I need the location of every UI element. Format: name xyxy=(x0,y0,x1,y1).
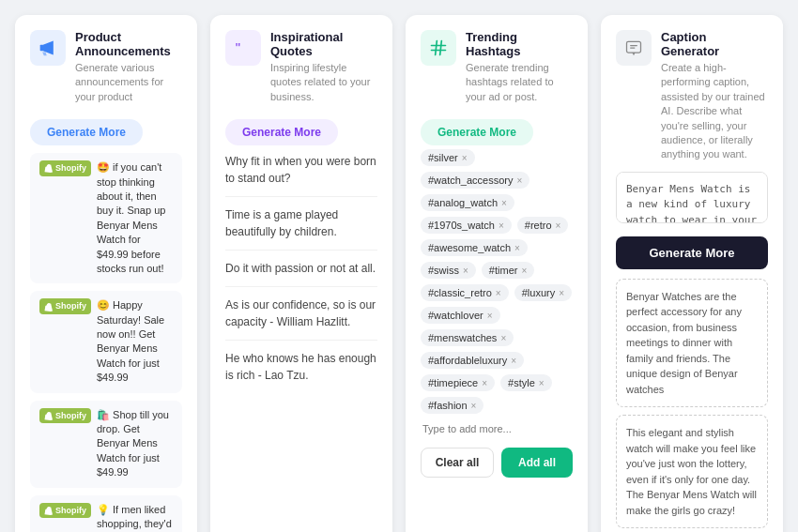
announcements-icon xyxy=(30,30,66,66)
shopify-badge: Shopify xyxy=(39,408,91,424)
quotes-icon: " xyxy=(225,30,261,66)
quote-item: As is our confidence, so is our capacity… xyxy=(225,287,377,341)
quote-item: Do it with passion or not at all. xyxy=(225,251,377,287)
hashtags-header: Trending Hashtags Generate trending hash… xyxy=(421,30,573,104)
svg-text:": " xyxy=(236,39,240,55)
clear-all-btn[interactable]: Clear all xyxy=(421,448,494,478)
remove-hashtag-btn[interactable]: × xyxy=(487,311,493,321)
caption-generate-btn[interactable]: Generate More xyxy=(616,236,768,269)
remove-hashtag-btn[interactable]: × xyxy=(556,220,561,231)
caption-header: Caption Generator Create a high-performi… xyxy=(616,30,768,162)
hashtag-tag: #fashion× xyxy=(421,397,483,414)
hashtag-tag: #retro× xyxy=(517,217,569,234)
hashtag-actions: Clear all Add all xyxy=(421,448,573,478)
quotes-title: Inspirational Quotes xyxy=(270,30,377,58)
announcement-item: Shopify🤩 if you can't stop thinking abou… xyxy=(30,153,182,283)
hashtags-desc: Generate trending hashtags related to yo… xyxy=(466,61,573,104)
hashtag-tag: #swiss× xyxy=(421,262,476,279)
quotes-header: " Inspirational Quotes Inspiring lifesty… xyxy=(225,30,377,104)
svg-rect-0 xyxy=(40,45,43,52)
remove-hashtag-btn[interactable]: × xyxy=(496,288,501,298)
announcements-title: Product Announcements xyxy=(75,30,182,58)
hashtag-tag: #affordableluxury× xyxy=(421,352,524,369)
remove-hashtag-btn[interactable]: × xyxy=(501,198,507,208)
remove-hashtag-btn[interactable]: × xyxy=(539,378,545,388)
hashtag-tag: #silver× xyxy=(421,149,475,166)
hashtag-tag: #awesome_watch× xyxy=(421,239,528,256)
remove-hashtag-btn[interactable]: × xyxy=(517,175,523,186)
add-all-btn[interactable]: Add all xyxy=(501,448,573,478)
remove-hashtag-btn[interactable]: × xyxy=(500,333,506,343)
hashtags-card: Trending Hashtags Generate trending hash… xyxy=(406,15,588,532)
hashtag-tag: #timer× xyxy=(482,262,534,279)
svg-rect-2 xyxy=(627,41,641,53)
announcements-desc: Generate various announcements for your … xyxy=(75,61,182,104)
caption-result-item: Benyar Watches are the perfect accessory… xyxy=(616,279,768,408)
caption-icon xyxy=(616,30,652,66)
main-grid: Product Announcements Generate various a… xyxy=(15,15,783,532)
caption-result-item: This elegant and stylish watch will make… xyxy=(616,415,768,528)
hashtag-tag: #timepiece× xyxy=(421,374,495,391)
announcements-generate-btn[interactable]: Generate More xyxy=(30,119,143,145)
remove-hashtag-btn[interactable]: × xyxy=(514,243,520,253)
hashtag-tag: #menswatches× xyxy=(421,329,514,346)
caption-input[interactable] xyxy=(616,172,768,223)
remove-hashtag-btn[interactable]: × xyxy=(559,288,564,298)
hashtag-tag: #1970s_watch× xyxy=(421,217,512,234)
hashtag-tag: #analog_watch× xyxy=(421,194,514,211)
announcement-item: Shopify💡 If men liked shopping, they'd c… xyxy=(30,495,182,532)
hashtag-add-input[interactable] xyxy=(421,419,573,438)
announcements-header: Product Announcements Generate various a… xyxy=(30,30,182,104)
hashtags-generate-btn[interactable]: Generate More xyxy=(421,119,533,145)
hashtags-title: Trending Hashtags xyxy=(466,30,573,58)
remove-hashtag-btn[interactable]: × xyxy=(499,220,504,231)
remove-hashtag-btn[interactable]: × xyxy=(463,266,468,276)
caption-card: Caption Generator Create a high-performi… xyxy=(601,15,783,532)
announcements-card: Product Announcements Generate various a… xyxy=(15,15,197,532)
quotes-generate-btn[interactable]: Generate More xyxy=(225,119,338,145)
remove-hashtag-btn[interactable]: × xyxy=(521,266,527,276)
caption-desc: Create a high-performing caption, assist… xyxy=(661,61,768,162)
shopify-badge: Shopify xyxy=(39,503,91,519)
remove-hashtag-btn[interactable]: × xyxy=(482,378,487,388)
hashtag-tag: #luxury× xyxy=(514,284,572,301)
hashtag-area: #silver×#watch_accessory×#analog_watch×#… xyxy=(421,149,573,414)
hashtag-tag: #watch_accessory× xyxy=(421,172,529,189)
hashtag-tag: #watchlover× xyxy=(421,307,500,324)
shopify-badge: Shopify xyxy=(39,160,91,176)
quote-item: He who knows he has enough is rich - Lao… xyxy=(225,341,377,393)
quote-item: Why fit in when you were born to stand o… xyxy=(225,153,377,197)
caption-results: Benyar Watches are the perfect accessory… xyxy=(616,279,768,532)
shopify-badge: Shopify xyxy=(39,298,91,314)
remove-hashtag-btn[interactable]: × xyxy=(511,356,516,366)
announcement-item: Shopify🛍️ Shop till you drop. Get Benyar… xyxy=(30,401,182,488)
hashtag-tag: #style× xyxy=(500,374,552,391)
hashtags-icon xyxy=(421,30,456,66)
caption-title: Caption Generator xyxy=(661,30,768,58)
announcement-item: Shopify😊 Happy Saturday! Sale now on!! G… xyxy=(30,291,182,392)
announcements-list: Shopify🤩 if you can't stop thinking abou… xyxy=(30,153,182,532)
remove-hashtag-btn[interactable]: × xyxy=(462,153,468,163)
quotes-card: " Inspirational Quotes Inspiring lifesty… xyxy=(210,15,392,532)
quotes-list: Why fit in when you were born to stand o… xyxy=(225,153,377,393)
remove-hashtag-btn[interactable]: × xyxy=(471,401,477,411)
quote-item: Time is a game played beautifully by chi… xyxy=(225,197,377,251)
quotes-desc: Inspiring lifestyle quotes related to yo… xyxy=(270,61,377,104)
hashtag-tag: #classic_retro× xyxy=(421,284,509,301)
